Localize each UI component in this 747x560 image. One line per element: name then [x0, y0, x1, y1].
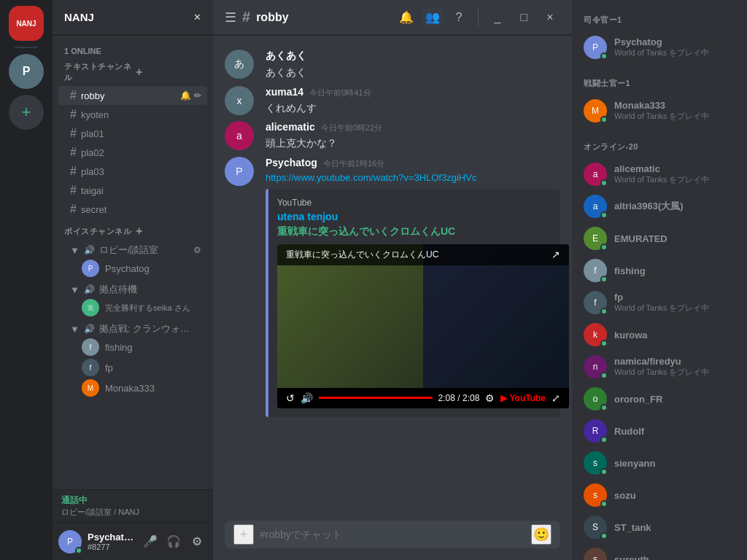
voice-channel-kyoten[interactable]: ▼ 🔊 拠点待機 完 完全勝利するseika さん	[58, 280, 207, 319]
member-sienyann-info: sienyann	[614, 458, 735, 469]
message-xuma14-text: くれめんす	[266, 101, 560, 116]
emurated-status	[600, 244, 608, 251]
text-category-header[interactable]: テキストチャンネル +	[53, 58, 213, 86]
channel-taigai[interactable]: # taigai	[58, 181, 207, 200]
member-fishing[interactable]: f fishing	[578, 254, 741, 287]
deafen-button[interactable]: 🎧	[163, 532, 184, 552]
member-fp[interactable]: f fp World of Tanks をプレイ中	[578, 287, 741, 319]
messages-area: あ あくあく あくあく x xuma14 今日午前0時41分 くれめんす	[213, 35, 572, 521]
message-alicematic: a alicematic 今日午前0時22分 頭上克大かな？	[213, 118, 572, 154]
member-sureuth[interactable]: s sureuth_	[578, 543, 741, 560]
voice-status-channel: ロビー/談話室 / NANJ	[61, 507, 204, 518]
member-altria3963-name: altria3963(大風)	[614, 200, 735, 213]
voice-settings-icon[interactable]: ⚙	[193, 245, 201, 255]
video-time: 2:08 / 2:08	[438, 393, 480, 403]
channel-name-taigai: taigai	[81, 185, 201, 196]
server-list: NANJ P +	[0, 0, 53, 560]
add-text-channel-icon[interactable]: +	[136, 66, 207, 79]
member-namica-info: namica/firedyu World of Tanks をプレイ中	[614, 356, 735, 378]
voice-expand-icon2: ▼	[70, 284, 80, 295]
channel-kyoten[interactable]: # kyoten	[58, 105, 207, 124]
emoji-button[interactable]: 🙂	[531, 524, 551, 545]
member-emurated[interactable]: E EMURATED	[578, 222, 741, 254]
member-ororon[interactable]: o ororon_FR	[578, 383, 741, 415]
fullscreen-icon[interactable]: ⤢	[551, 392, 560, 404]
bell-icon[interactable]: 🔔	[180, 90, 191, 101]
upload-file-button[interactable]: +	[233, 524, 254, 545]
member-fp-name: fp	[614, 292, 735, 303]
member-kurowa-avatar: k	[584, 323, 607, 346]
message-psychatog-content: Psychatog 今日午前1時16分 https://www.youtube.…	[266, 157, 560, 417]
settings-icon[interactable]: ⚙	[485, 392, 495, 404]
member-ororon-avatar: o	[584, 387, 607, 411]
video-right-panel	[423, 244, 569, 388]
user-settings-button[interactable]: ⚙	[187, 532, 207, 552]
member-sozu[interactable]: s sozu	[578, 479, 741, 511]
voice-channel-clan[interactable]: ▼ 🔊 拠点戦: クランウォ… f fishing f fp M Mona	[58, 319, 207, 400]
member-monaka333[interactable]: M Monaka333 World of Tanks をプレイ中	[578, 95, 741, 127]
member-namica[interactable]: n namica/firedyu World of Tanks をプレイ中	[578, 351, 741, 383]
replay-icon[interactable]: ↺	[286, 392, 295, 404]
video-progress-bar[interactable]	[319, 397, 433, 399]
voice-category-label: ボイスチャンネル	[64, 226, 136, 237]
channel-pla02[interactable]: # pla02	[58, 143, 207, 162]
hash-icon: #	[70, 203, 77, 216]
member-namica-name: namica/firedyu	[614, 356, 735, 367]
voice-category-header[interactable]: ボイスチャンネル +	[53, 222, 213, 241]
channel-pla03[interactable]: # pla03	[58, 162, 207, 181]
voice-user-fp[interactable]: f fp	[70, 357, 201, 378]
fishing-status	[600, 276, 608, 283]
hamburger-icon[interactable]: ☰	[225, 9, 236, 26]
add-server-button[interactable]: +	[9, 95, 44, 130]
server-icon-nanj[interactable]: NANJ	[9, 6, 44, 41]
message-akuaku-header: あくあく	[266, 50, 560, 63]
channel-pla01[interactable]: # pla01	[58, 124, 207, 143]
online-section-header: オンライン-20	[578, 139, 741, 155]
add-voice-channel-icon[interactable]: +	[136, 225, 207, 238]
member-alicematic[interactable]: a alicematic World of Tanks をプレイ中	[578, 158, 741, 190]
help-icon[interactable]: ?	[449, 7, 469, 28]
message-akuaku-author: あくあく	[266, 50, 306, 63]
edit-icon[interactable]: ✏	[194, 90, 201, 101]
channel-robby[interactable]: # robby 🔔 ✏	[58, 86, 207, 105]
maximize-button[interactable]: □	[514, 7, 534, 28]
chat-input-field[interactable]	[260, 521, 525, 548]
video-player[interactable]: 重戦車に突っ込んでいくクロムくんUC ↗ ↺ 🔊	[277, 244, 569, 408]
minimize-button[interactable]: _	[487, 7, 508, 28]
volume-icon[interactable]: 🔊	[301, 392, 313, 404]
hash-icon: #	[70, 165, 77, 178]
voice-user-fishing[interactable]: f fishing	[70, 337, 201, 357]
commander-section-header: 司令官ー1	[578, 12, 741, 28]
notification-bell-icon[interactable]: 🔔	[396, 7, 417, 28]
member-sozu-avatar: s	[584, 483, 607, 507]
voice-user-seika[interactable]: 完 完全勝利するseika さん	[70, 298, 201, 318]
message-xuma14-author: xuma14	[266, 86, 303, 98]
video-controls[interactable]: ↺ 🔊 2:08 / 2:08 ⚙ ▶ YouTube ⤢	[277, 388, 569, 408]
share-button[interactable]: ↗	[551, 249, 560, 260]
member-st-tank[interactable]: S ST_tank	[578, 511, 741, 543]
member-altria3963-info: altria3963(大風)	[614, 200, 735, 213]
member-rudolf[interactable]: R Rudolf	[578, 415, 741, 447]
server-icon-p[interactable]: P	[9, 54, 44, 89]
channel-secret[interactable]: # secret	[58, 200, 207, 219]
voice-channel-lobby[interactable]: ▼ 🔊 ロビー/談話室 ⚙ P Psychatog	[58, 241, 207, 280]
member-altria3963[interactable]: a altria3963(大風)	[578, 190, 741, 222]
channel-name-robby: robby	[81, 90, 176, 101]
voice-user-fp-name: fp	[105, 362, 113, 373]
server-header[interactable]: NANJ ✕	[53, 0, 213, 35]
member-psychatog[interactable]: P Psychatog World of Tanks をプレイ中	[578, 31, 741, 63]
voice-user-psychatog[interactable]: P Psychatog	[70, 258, 201, 279]
youtube-icon[interactable]: ▶ YouTube	[500, 393, 546, 403]
youtube-link[interactable]: https://www.youtube.com/watch?v=3HLOf3zg…	[266, 172, 476, 183]
user-tag: #8277	[88, 542, 134, 551]
voice-user-monaka[interactable]: M Monaka333	[70, 378, 201, 398]
user-avatar-letter: P	[67, 537, 73, 547]
members-toggle-icon[interactable]: 👥	[422, 7, 443, 28]
member-kurowa[interactable]: k kurowa	[578, 319, 741, 351]
video-left-panel	[277, 244, 423, 388]
user-info: Psychatog #8277	[88, 532, 134, 551]
close-button[interactable]: ×	[540, 7, 560, 28]
member-sienyann[interactable]: s sienyann	[578, 447, 741, 479]
video-embed: YouTube utena tenjou 重戦車に突っ込んでいくクロムくんUC …	[266, 189, 560, 417]
mute-mic-button[interactable]: 🎤	[140, 532, 160, 552]
